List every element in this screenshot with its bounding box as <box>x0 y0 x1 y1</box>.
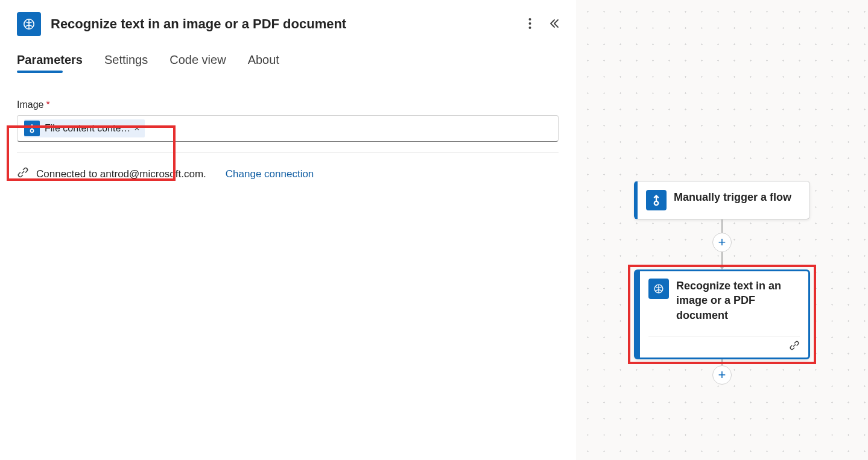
plus-icon: + <box>718 235 726 250</box>
svg-point-4 <box>30 129 33 132</box>
node-footer <box>648 336 800 353</box>
trigger-token-icon <box>24 121 40 136</box>
ai-builder-icon <box>648 279 669 299</box>
change-connection-link[interactable]: Change connection <box>226 168 314 180</box>
required-asterisk: * <box>46 99 49 110</box>
add-step-button[interactable]: + <box>712 233 732 252</box>
connector <box>721 252 723 265</box>
field-label-text: Image <box>17 99 43 110</box>
tab-about[interactable]: About <box>248 53 279 73</box>
connection-info: Connected to antrod@microsoft.com. Chang… <box>17 166 559 181</box>
node-recognize-text[interactable]: Recognize text in an image or a PDF docu… <box>634 269 810 359</box>
token-remove-button[interactable]: × <box>134 123 139 134</box>
tab-parameters[interactable]: Parameters <box>17 53 83 73</box>
image-input[interactable]: File content conte… × <box>17 115 559 142</box>
manual-trigger-icon <box>646 190 667 210</box>
svg-point-1 <box>529 18 531 20</box>
panel-header: Recognize text in an image or a PDF docu… <box>17 12 559 36</box>
ai-builder-icon <box>17 12 41 36</box>
node-title: Recognize text in an image or a PDF docu… <box>676 279 800 323</box>
panel-title: Recognize text in an image or a PDF docu… <box>51 16 528 32</box>
connector <box>721 219 723 233</box>
plus-icon: + <box>718 367 726 383</box>
action-config-panel: Recognize text in an image or a PDF docu… <box>0 0 576 460</box>
node-title: Manually trigger a flow <box>674 190 791 210</box>
tab-settings[interactable]: Settings <box>104 53 148 73</box>
collapse-panel-button[interactable] <box>548 18 559 31</box>
node-manual-trigger[interactable]: Manually trigger a flow <box>634 181 810 219</box>
svg-point-3 <box>529 27 531 29</box>
flow-canvas[interactable]: Manually trigger a flow + <box>576 0 868 460</box>
svg-point-2 <box>529 22 531 25</box>
svg-point-5 <box>654 201 659 206</box>
token-label: File content conte… <box>45 123 130 134</box>
section-divider <box>17 153 559 153</box>
dynamic-content-token[interactable]: File content conte… × <box>24 119 145 137</box>
arrow-icon <box>718 265 726 269</box>
tab-code-view[interactable]: Code view <box>169 53 226 73</box>
more-options-button[interactable] <box>528 17 531 31</box>
panel-tabs: Parameters Settings Code view About <box>17 53 559 73</box>
image-field-section: Image * File content conte… × <box>17 99 559 142</box>
connection-icon <box>789 340 800 353</box>
image-field-label: Image * <box>17 99 559 110</box>
connection-text: Connected to antrod@microsoft.com. <box>36 168 206 180</box>
flow-graph: Manually trigger a flow + <box>634 181 810 385</box>
connection-icon <box>17 166 29 181</box>
add-step-button[interactable]: + <box>712 365 732 385</box>
connector <box>721 359 723 365</box>
